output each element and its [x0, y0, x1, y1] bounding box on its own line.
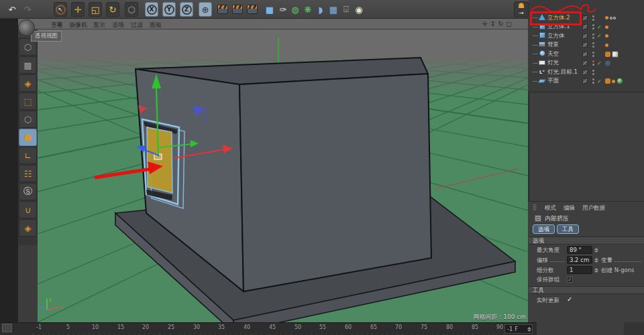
subdivision-surface-icon[interactable]: ◍	[288, 2, 302, 17]
tag-orange-dot[interactable]	[605, 25, 608, 29]
offset-field[interactable]: 3.2 cm	[567, 256, 592, 264]
frame-tick-label[interactable]: 40	[244, 324, 250, 330]
enabled-check-icon[interactable]: ✓	[597, 33, 604, 39]
viewport-solo-icon[interactable]: ☷	[19, 165, 37, 182]
visibility-dots[interactable]	[590, 34, 596, 39]
redo-icon[interactable]: ↷	[21, 2, 34, 17]
subdiv-field[interactable]: 1	[567, 266, 592, 274]
tab-tool[interactable]: 工具	[557, 224, 579, 234]
playhead[interactable]	[2, 324, 12, 332]
frame-tick-label[interactable]: 25	[168, 324, 174, 330]
light-icon[interactable]: ◉	[352, 2, 366, 17]
menu-display[interactable]: 显示	[93, 21, 105, 29]
object-name[interactable]: 立方体	[547, 32, 578, 40]
frame-tick-label[interactable]: 90	[496, 324, 503, 330]
frame-tick-label[interactable]: 45	[269, 324, 276, 330]
object-row-background[interactable]: 背景	[529, 41, 644, 50]
enabled-check-icon[interactable]: ✓	[597, 78, 604, 84]
dolly-view-icon[interactable]: ↕	[489, 20, 496, 27]
max-angle-stepper[interactable]	[594, 246, 598, 254]
am-menu-userdata[interactable]: 用户数据	[582, 204, 605, 212]
magnet-icon[interactable]: ∪	[19, 201, 37, 218]
coordinate-system-icon[interactable]: ⊕	[199, 2, 212, 17]
object-row-cube[interactable]: 立方体 ✓	[529, 31, 644, 41]
object-row-sky[interactable]: 天空	[529, 50, 644, 59]
visibility-dots[interactable]	[590, 24, 596, 29]
point-mode-icon[interactable]: ⬚	[19, 92, 37, 110]
workplane-lock-icon[interactable]: ◈	[19, 219, 37, 237]
scale-tool-icon[interactable]: ◱	[89, 2, 102, 17]
enabled-check-icon[interactable]: ✓	[597, 60, 604, 66]
lock-x-axis-button[interactable]: X	[145, 2, 158, 17]
object-name[interactable]: 平面	[547, 77, 578, 85]
floor-icon[interactable]: ▦	[327, 2, 340, 17]
frame-tick-label[interactable]: -1	[36, 324, 42, 330]
layer-icon[interactable]	[582, 42, 588, 48]
render-picture-viewer-icon[interactable]	[231, 2, 244, 17]
object-name[interactable]: 灯光	[547, 59, 578, 67]
timeline-bar[interactable]: -1 F -1510152025303540455055606570758085…	[0, 322, 537, 335]
layer-icon[interactable]	[582, 34, 588, 39]
object-name[interactable]: 背景	[547, 41, 578, 49]
tag-orange-dot[interactable]	[605, 16, 608, 19]
frame-tick-label[interactable]: 30	[193, 324, 200, 330]
frame-tick-label[interactable]: 85	[472, 324, 478, 330]
frame-tick-label[interactable]: 70	[395, 324, 402, 330]
layer-icon[interactable]	[582, 60, 588, 66]
rotate-tool-icon[interactable]: ↻	[106, 2, 119, 17]
visibility-dots[interactable]	[590, 60, 596, 66]
lock-z-axis-button[interactable]: Z	[180, 2, 193, 17]
object-name[interactable]: 天空	[547, 50, 578, 58]
last-used-tool-icon[interactable]: ⬡	[125, 2, 138, 17]
frame-tick-label[interactable]: 20	[142, 324, 149, 330]
snap-icon[interactable]: Ⓢ	[19, 183, 37, 200]
tag-orange-dot[interactable]	[612, 80, 615, 83]
frame-tick-label[interactable]: 5	[66, 324, 70, 330]
object-row-light-target[interactable]: L° 灯光.目标.1	[529, 68, 644, 77]
undo-icon[interactable]: ↶	[5, 2, 19, 17]
move-tool-icon[interactable]: ✛	[71, 2, 85, 17]
visibility-dots[interactable]	[590, 70, 596, 75]
frame-tick-label[interactable]: 35	[218, 324, 225, 330]
interface-hand-icon[interactable]: ☗→	[514, 1, 529, 17]
inner-extrude-polygon[interactable]	[147, 127, 172, 193]
offset-stepper[interactable]	[594, 256, 598, 264]
frame-tick-label[interactable]: 60	[345, 324, 352, 330]
menu-view[interactable]: 查看	[51, 21, 63, 29]
tag-target-expression[interactable]: ◎	[605, 60, 610, 66]
layer-icon[interactable]	[582, 52, 588, 57]
frame-tick-label[interactable]: 55	[319, 324, 326, 330]
menu-filter[interactable]: 过滤	[131, 21, 143, 29]
max-angle-field[interactable]: 89 °	[567, 246, 592, 254]
viewport-3d[interactable]: y x	[38, 29, 528, 322]
subdiv-stepper[interactable]	[594, 266, 598, 274]
tag-sky-material[interactable]	[612, 51, 619, 58]
edge-mode-icon[interactable]: ⬡	[19, 111, 37, 128]
visibility-dots[interactable]	[590, 52, 596, 57]
frame-stepper[interactable]	[527, 325, 531, 333]
render-view-icon[interactable]	[216, 2, 229, 17]
frame-tick-label[interactable]: 80	[446, 324, 453, 330]
tag-green-material[interactable]	[616, 78, 623, 84]
tag-orange-dot[interactable]	[605, 44, 608, 47]
layer-icon[interactable]	[582, 78, 588, 84]
axis-mode-icon[interactable]: ∟	[19, 147, 37, 164]
view-label[interactable]: 透视视图	[31, 31, 62, 42]
tag-orange-dot[interactable]	[605, 34, 608, 38]
object-name[interactable]: 灯光.目标.1	[547, 68, 578, 76]
am-menu-edit[interactable]: 编辑	[564, 204, 575, 212]
visibility-dots[interactable]	[590, 78, 596, 84]
camera-icon[interactable]: ⌻	[339, 2, 353, 17]
render-settings-icon[interactable]	[246, 2, 259, 17]
deformer-icon[interactable]: ❋	[301, 2, 315, 17]
tab-options[interactable]: 选项	[533, 224, 555, 234]
layer-icon[interactable]	[582, 24, 588, 29]
frame-tick-label[interactable]: 15	[117, 324, 124, 330]
enabled-check-icon[interactable]: ✓	[597, 24, 604, 30]
menu-cameras[interactable]: 摄像机	[69, 21, 87, 29]
live-selection-icon[interactable]: ↖	[54, 2, 67, 17]
am-menu-mode[interactable]: 模式	[545, 204, 556, 212]
tag-glasses-icon[interactable]	[610, 17, 616, 19]
current-frame-field[interactable]: -1 F	[504, 324, 533, 334]
realtime-update-checkbox[interactable]: ✓	[567, 295, 572, 303]
